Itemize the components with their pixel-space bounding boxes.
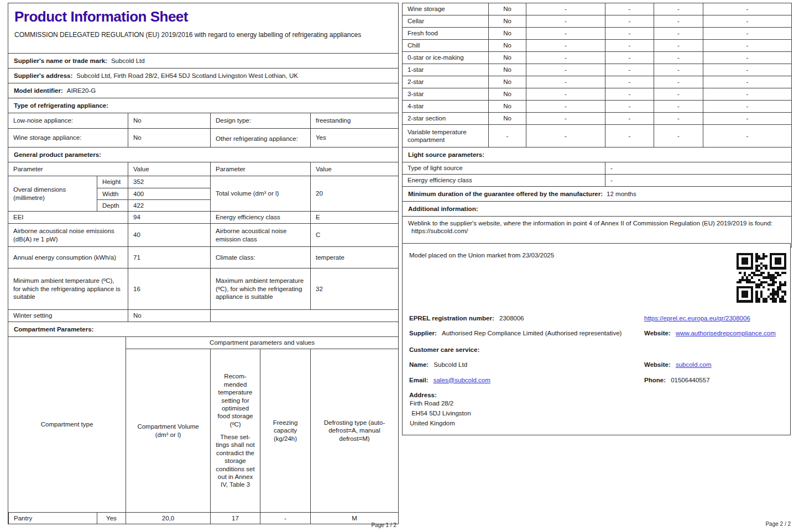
regulation-subtitle: COMMISSION DELEGATED REGULATION (EU) 201… <box>14 31 392 39</box>
type-row-1: Low-noise appliance: No Design type: fre… <box>8 113 398 128</box>
row-dash: - <box>654 3 703 15</box>
row-dash: - <box>605 101 654 112</box>
row-dash: - <box>703 76 791 88</box>
row-dash: - <box>605 28 654 39</box>
winter-setting-empty-cell <box>210 310 398 322</box>
freezing-header: Freezing capacity (kg/24h) <box>260 349 310 512</box>
min-ambient-label: Minimum ambient tempera­ture (ºC), for w… <box>8 268 128 309</box>
care-email-cell: Email: sales@subcold.com <box>409 376 644 384</box>
design-type-label: Design type: <box>210 113 310 128</box>
row-dash: - <box>654 113 703 124</box>
supplier-website-label: Website: <box>644 330 671 336</box>
light-source-type-label: Type of light source <box>403 162 605 174</box>
low-noise-value: No <box>128 113 210 128</box>
row-label: 4-star <box>403 101 488 112</box>
row-dash: - <box>654 76 703 88</box>
min-ambient-value: 16 <box>128 268 210 309</box>
row-label: Wine storage <box>403 3 488 15</box>
page-number-1: Page 1 / 2 <box>8 522 396 529</box>
page-2-table: Wine storage No - - - - Cellar No - - - … <box>402 3 792 247</box>
row-value: - <box>488 125 526 147</box>
energy-consumption-value: 71 <box>128 247 210 268</box>
supplier-name-row: Supplier's name or trade mark: Subcold L… <box>8 53 398 68</box>
temperature-header: Recom­mended tempera­ture setting for op… <box>210 349 260 512</box>
type-section-header: Type of refrigerating appliance: <box>8 98 398 113</box>
row-dash: - <box>605 88 654 100</box>
care-phone-cell: Phone: 01506440557 <box>644 376 784 384</box>
row-dash: - <box>605 76 654 88</box>
row-label: Cellar <box>403 15 488 27</box>
height-label: Height <box>97 176 128 188</box>
address-line-2: EH54 5DJ Livingston <box>410 409 784 419</box>
care-phone-value: 01506440557 <box>671 377 709 383</box>
eei-label: EEI <box>8 212 128 223</box>
value-header-2: Value <box>310 162 398 176</box>
row-dash: - <box>526 52 605 64</box>
width-value: 400 <box>128 188 210 199</box>
table-row-2-star-section: 2-star section No - - - - <box>403 112 791 124</box>
depth-label: Depth <box>97 199 128 211</box>
care-email-link[interactable]: sales@subcold.com <box>434 377 490 383</box>
guarantee-value: 12 months <box>607 190 636 198</box>
row-dash: - <box>654 125 703 147</box>
dimensions-label: Overal dimensions (millimetre) <box>8 176 97 211</box>
general-section-header: General product parameters: <box>8 147 398 162</box>
care-name-row: Name: Subcold Ltd Website: subcold.com <box>409 361 784 368</box>
row-label: Variable temperature compartment <box>403 125 488 147</box>
row-dash: - <box>605 40 654 51</box>
wine-storage-value: No <box>128 129 210 147</box>
row-dash: - <box>654 15 703 27</box>
compartment-type-header: Compartment type <box>8 337 126 512</box>
row-label: 2-star <box>403 76 488 88</box>
care-email-row: Email: sales@subcold.com Phone: 01506440… <box>409 376 784 384</box>
care-name-value: Subcold Ltd <box>434 361 467 368</box>
row-dash: - <box>703 15 791 27</box>
guarantee-row: Minimum duration of the guarantee offere… <box>403 186 791 201</box>
energy-consumption-label: Annual energy consumption (kWh/a) <box>8 247 128 268</box>
page-number-2: Page 2 / 2 <box>402 521 791 528</box>
energy-class-label: Energy efficiency class <box>210 212 310 223</box>
eprel-link[interactable]: https://eprel.ec.europa.eu/qr/2308006 <box>644 315 750 322</box>
weblink-row: Weblink to the supplier's website, where… <box>403 216 791 247</box>
care-website-link[interactable]: subcold.com <box>676 361 712 368</box>
row-value: No <box>488 64 526 76</box>
supplier-address-value: Subcold Ltd, Firth Road 28/2, EH54 5DJ S… <box>76 72 298 80</box>
eprel-link-cell: https://eprel.ec.europa.eu/qr/2308006 <box>644 314 784 322</box>
row-dash: - <box>605 125 654 147</box>
row-dash: - <box>703 88 791 100</box>
max-ambient-label: Maximum ambient tem­perature (ºC), for w… <box>210 268 310 309</box>
row-value: No <box>488 52 526 64</box>
row-dash: - <box>605 3 654 15</box>
row-dash: - <box>526 3 605 15</box>
table-row-wine-storage: Wine storage No - - - - <box>403 3 791 15</box>
care-name-cell: Name: Subcold Ltd <box>409 361 644 368</box>
row-value: No <box>488 76 526 88</box>
table-row-3-star: 3-star No - - - - <box>403 88 791 100</box>
light-source-class-label: Energy efficiency class <box>403 175 605 186</box>
supplier-address-row: Supplier's address: Subcold Ltd, Firth R… <box>8 68 398 83</box>
table-row-chill: Chill No - - - - <box>403 39 791 51</box>
row-dash: - <box>526 15 605 27</box>
supplier-label: Supplier: <box>409 330 437 336</box>
supplier-website-link[interactable]: www.authorisedrepcompliance.com <box>676 330 776 336</box>
light-source-type-value: - <box>605 162 791 174</box>
noise-row: Airborne acoustical noise emis­sions (dB… <box>8 223 398 246</box>
eprel-label: EPREL registration number: <box>409 315 494 322</box>
row-value: No <box>488 113 526 124</box>
light-source-section-header: Light source parameters: <box>403 147 791 162</box>
row-dash: - <box>526 113 605 124</box>
row-dash: - <box>526 125 605 147</box>
row-dash: - <box>605 64 654 76</box>
row-dash: - <box>526 28 605 39</box>
row-label: 1-star <box>403 64 488 76</box>
supplier-website-cell: Website: www.authorisedrepcompliance.com <box>644 329 784 337</box>
winter-setting-label: Winter setting <box>8 310 128 322</box>
total-volume-label: Total volume (dm³ or l) <box>210 176 310 211</box>
energy-consumption-row: Annual energy consumption (kWh/a) 71 Cli… <box>8 246 398 268</box>
customer-care-header: Customer care service: <box>409 346 784 354</box>
row-dash: - <box>526 88 605 100</box>
table-row-fresh-food: Fresh food No - - - - <box>403 27 791 39</box>
row-value: No <box>488 3 526 15</box>
care-website-cell: Website: subcold.com <box>644 361 784 368</box>
noise-class-label: Airborne acoustical noise emission class <box>210 224 310 246</box>
